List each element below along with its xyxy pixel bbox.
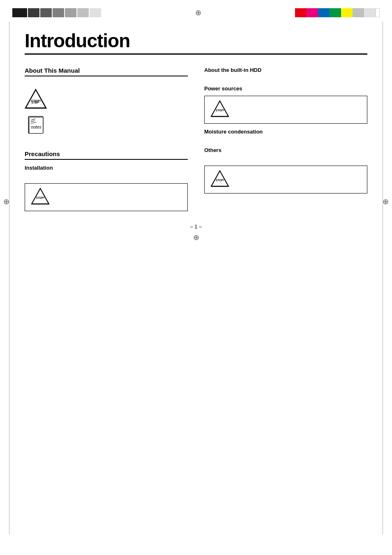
right-crosshair: ⊕ — [383, 197, 389, 206]
grey-block-3 — [40, 8, 52, 17]
top-bar: ⊕ — [0, 0, 392, 21]
svg-text:STOP!: STOP! — [216, 109, 224, 112]
grey-block-5 — [65, 8, 76, 17]
about-manual-section: About This Manual — [25, 67, 188, 76]
precautions-section: Precautions Installation — [25, 150, 188, 171]
grey-block-1 — [12, 8, 27, 17]
stop-icon-bottom-left: STOP! — [31, 188, 50, 207]
page-number: – 1 – — [25, 223, 367, 230]
stop-triangle-svg-1: STOP ! STOP! — [25, 89, 47, 109]
installation-label: Installation — [25, 165, 188, 171]
stop-triangle-svg-bottom-left: STOP! — [31, 188, 50, 205]
power-sources-heading: Power sources — [204, 85, 367, 92]
grey-registration-blocks — [12, 8, 101, 17]
about-hdd-section: About the built-in HDD — [204, 67, 367, 73]
svg-text:STOP!: STOP! — [216, 179, 224, 182]
color-block-green — [330, 8, 341, 17]
main-content: Introduction About This Manual STOP ! — [0, 21, 392, 267]
margin-line-left — [9, 21, 9, 534]
grey-block-7 — [90, 8, 101, 17]
stop-icon-power: STOP! — [210, 100, 229, 119]
moisture-heading: Moisture condensation — [204, 129, 367, 135]
moisture-section: Moisture condensation — [204, 129, 367, 135]
margin-line-right — [383, 21, 383, 534]
color-block-silver — [353, 8, 364, 17]
color-block-blue — [318, 8, 330, 17]
color-block-magenta — [307, 8, 318, 17]
top-crosshair: ⊕ — [195, 8, 201, 17]
others-section: Others — [204, 147, 367, 153]
about-manual-heading: About This Manual — [25, 67, 188, 74]
bottom-crosshair: ⊕ — [25, 233, 367, 242]
bottom-right-warning-box: STOP! — [204, 166, 367, 193]
precautions-underline — [25, 159, 188, 160]
stop-triangle-svg-bottom-right: STOP! — [210, 170, 229, 187]
title-underline — [25, 53, 367, 55]
page-title: Introduction — [25, 30, 367, 52]
about-manual-underline — [25, 76, 188, 76]
svg-text:notes: notes — [31, 125, 41, 129]
left-column: About This Manual STOP ! STOP! — [25, 67, 188, 211]
stop-triangle-svg-power: STOP! — [210, 100, 229, 117]
left-crosshair: ⊕ — [3, 197, 9, 206]
power-warning-box: STOP! — [204, 96, 367, 124]
color-block-yellow — [341, 8, 353, 17]
stop-icon-bottom-right: STOP! — [210, 170, 229, 189]
precautions-heading: Precautions — [25, 150, 188, 157]
svg-text:STOP!: STOP! — [31, 99, 41, 103]
color-registration-blocks — [295, 8, 380, 17]
right-column: About the built-in HDD Power sources STO… — [204, 67, 367, 211]
color-block-lightgrey — [364, 8, 376, 17]
notes-svg: notes — [25, 113, 48, 136]
grey-block-4 — [53, 8, 64, 17]
grey-block-2 — [28, 8, 39, 17]
svg-text:STOP!: STOP! — [36, 196, 45, 199]
stop-icon-1: STOP ! STOP! — [25, 89, 188, 109]
color-block-red — [295, 8, 307, 17]
power-sources-section: Power sources STOP! — [204, 85, 367, 124]
notes-icon: notes — [25, 113, 188, 138]
others-heading: Others — [204, 147, 367, 153]
color-block-white — [376, 8, 380, 17]
bottom-left-warning-box: STOP! — [25, 183, 188, 211]
two-column-layout: About This Manual STOP ! STOP! — [25, 67, 367, 211]
grey-block-6 — [77, 8, 89, 17]
about-hdd-heading: About the built-in HDD — [204, 67, 367, 73]
